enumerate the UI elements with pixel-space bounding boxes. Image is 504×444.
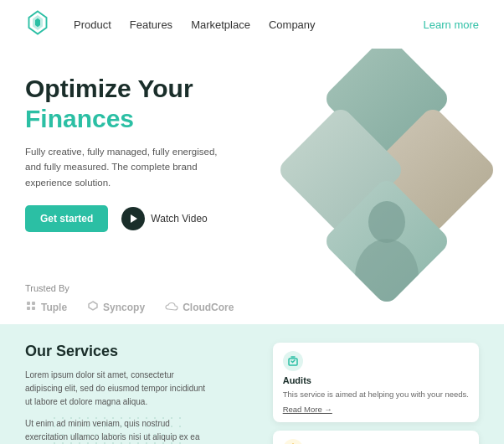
play-icon bbox=[121, 207, 145, 230]
trusted-logos: Tuple Syncopy CloudCore bbox=[25, 300, 479, 314]
service-card-rapid-analysis: Rapid Analysis This service is aimed at … bbox=[273, 431, 479, 444]
logo[interactable] bbox=[25, 10, 50, 39]
trust-logo-syncopy: Syncopy bbox=[87, 300, 145, 314]
navbar: Product Features Marketplace Company Lea… bbox=[0, 0, 504, 49]
hero-images bbox=[278, 49, 504, 292]
svg-rect-2 bbox=[27, 302, 30, 305]
dotted-background bbox=[50, 414, 184, 445]
watch-video-label: Watch Video bbox=[151, 213, 207, 225]
syncopy-icon bbox=[87, 300, 99, 314]
nav-learn-more[interactable]: Learn more bbox=[424, 18, 479, 31]
audits-description: This service is aimed at helping you wit… bbox=[283, 389, 469, 400]
service-cards: Audits This service is aimed at helping … bbox=[273, 343, 479, 444]
hero-section: Optimize Your Finances Fully creative, f… bbox=[0, 49, 504, 275]
nav-marketplace[interactable]: Marketplace bbox=[191, 18, 250, 31]
tuple-icon bbox=[25, 300, 37, 314]
rapid-analysis-icon bbox=[283, 439, 303, 444]
audits-icon bbox=[283, 351, 303, 371]
svg-rect-4 bbox=[27, 307, 30, 310]
nav-links: Product Features Marketplace Company bbox=[74, 18, 424, 31]
cloudcore-label: CloudCore bbox=[183, 302, 234, 313]
svg-rect-3 bbox=[32, 302, 35, 305]
cloudcore-icon bbox=[165, 301, 178, 314]
services-desc1: Lorem ipsum dolor sit amet, consectetur … bbox=[25, 369, 209, 409]
tuple-label: Tuple bbox=[41, 302, 67, 313]
service-card-audits: Audits This service is aimed at helping … bbox=[273, 343, 479, 422]
nav-company[interactable]: Company bbox=[269, 18, 316, 31]
get-started-button[interactable]: Get started bbox=[25, 205, 108, 232]
services-title: Our Services bbox=[25, 343, 256, 360]
audits-title: Audits bbox=[283, 375, 469, 385]
hero-description: Fully creative, fully managed, fully ene… bbox=[25, 144, 226, 190]
syncopy-label: Syncopy bbox=[103, 302, 145, 313]
nav-features[interactable]: Features bbox=[130, 18, 172, 31]
services-section: Our Services Lorem ipsum dolor sit amet,… bbox=[0, 324, 504, 444]
watch-video-button[interactable]: Watch Video bbox=[121, 207, 207, 230]
trust-logo-tuple: Tuple bbox=[25, 300, 67, 314]
trust-logo-cloudcore: CloudCore bbox=[165, 301, 234, 314]
svg-rect-5 bbox=[32, 307, 35, 310]
svg-point-0 bbox=[368, 201, 405, 243]
nav-product[interactable]: Product bbox=[74, 18, 111, 31]
audits-read-more[interactable]: Read More → bbox=[283, 405, 469, 414]
